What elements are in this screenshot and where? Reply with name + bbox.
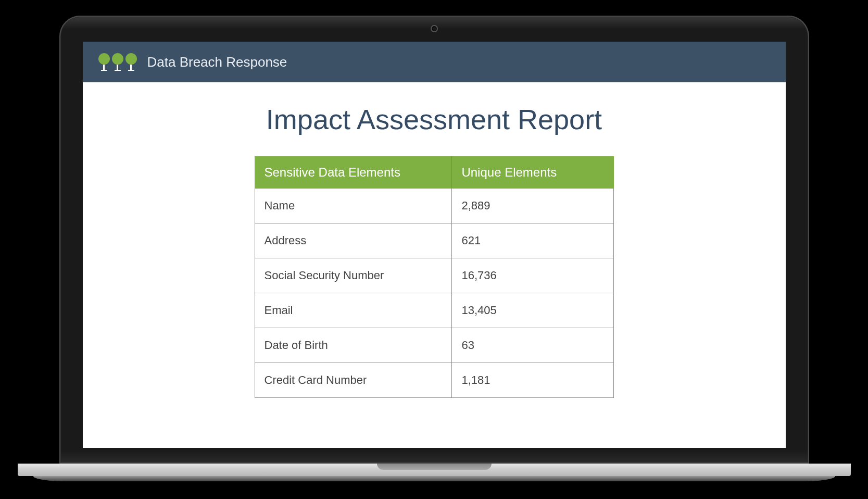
app-title: Data Breach Response [147,54,287,70]
impact-report-table: Sensitive Data Elements Unique Elements … [255,156,614,398]
cell-element: Social Security Number [255,258,452,293]
table-row: Address 621 [255,223,613,258]
cell-count: 1,181 [452,363,613,398]
cell-count: 13,405 [452,293,613,328]
cell-element: Name [255,189,452,223]
tree-icon [125,53,137,71]
table-row: Date of Birth 63 [255,328,613,363]
laptop-base [18,464,851,483]
logo-icon [98,53,137,71]
laptop-bezel: Data Breach Response Impact Assessment R… [59,16,809,464]
laptop-notch [377,464,492,470]
column-header-elements: Sensitive Data Elements [255,157,452,189]
table-row: Credit Card Number 1,181 [255,363,613,398]
cell-element: Credit Card Number [255,363,452,398]
app-header: Data Breach Response [83,42,786,82]
cell-element: Address [255,223,452,258]
table-row: Name 2,889 [255,189,613,223]
cell-count: 621 [452,223,613,258]
cell-count: 16,736 [452,258,613,293]
tree-icon [112,53,123,71]
cell-count: 2,889 [452,189,613,223]
column-header-unique: Unique Elements [452,157,613,189]
app-screen: Data Breach Response Impact Assessment R… [83,42,786,448]
page-title: Impact Assessment Report [109,103,760,135]
table-row: Social Security Number 16,736 [255,258,613,293]
laptop-mockup: Data Breach Response Impact Assessment R… [59,16,809,483]
table-header-row: Sensitive Data Elements Unique Elements [255,157,613,189]
cell-element: Email [255,293,452,328]
cell-count: 63 [452,328,613,363]
tree-icon [98,53,110,71]
main-content: Impact Assessment Report Sensitive Data … [83,82,786,419]
cell-element: Date of Birth [255,328,452,363]
camera-dot [431,25,438,32]
table-row: Email 13,405 [255,293,613,328]
